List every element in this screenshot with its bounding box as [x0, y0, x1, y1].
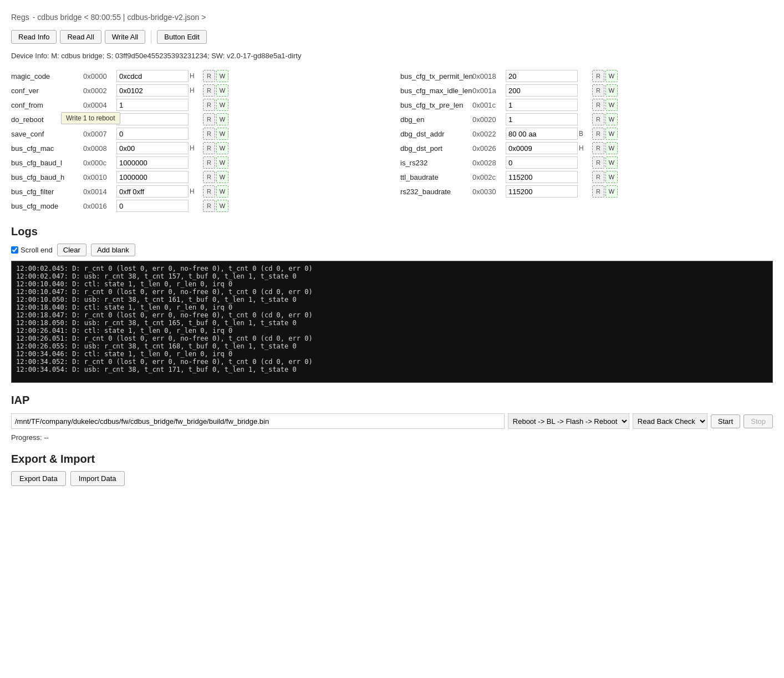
reg-read-button[interactable]: R: [203, 200, 215, 212]
reg-addr: 0x0007: [83, 130, 116, 138]
reg-row: save_conf0x0007RW: [11, 128, 384, 140]
reg-read-button[interactable]: R: [592, 171, 604, 183]
reg-rw-btns: RW: [203, 70, 228, 82]
button-edit-button[interactable]: Button Edit: [157, 30, 207, 44]
reg-value-input[interactable]: [116, 70, 189, 82]
reg-read-button[interactable]: R: [592, 99, 604, 111]
reg-name: save_conf: [11, 130, 83, 138]
reg-row: is_rs2320x0028RW: [400, 156, 773, 169]
reg-value-input[interactable]: [506, 113, 578, 125]
log-area[interactable]: 12:00:02.045: D: r_cnt 0 (lost 0, err 0,…: [11, 261, 773, 383]
reg-write-button[interactable]: W: [605, 128, 618, 140]
reg-value-input[interactable]: [506, 128, 578, 140]
reg-write-button[interactable]: W: [216, 171, 228, 183]
reg-rw-btns: RW: [592, 70, 618, 82]
reg-name: bus_cfg_mac: [11, 144, 83, 153]
reg-write-button[interactable]: W: [605, 156, 618, 169]
reg-write-button[interactable]: W: [216, 99, 228, 111]
reg-read-button[interactable]: R: [203, 113, 215, 125]
read-all-button[interactable]: Read All: [60, 30, 101, 44]
reg-rw-btns: RW: [592, 171, 618, 183]
reg-write-button[interactable]: W: [605, 70, 618, 82]
reg-name: conf_ver: [11, 87, 83, 95]
reg-rw-btns: RW: [203, 99, 228, 111]
reg-rw-btns: RW: [203, 128, 228, 140]
reg-value-input[interactable]: [506, 142, 578, 154]
reg-value-input[interactable]: [116, 156, 189, 169]
reg-read-button[interactable]: R: [592, 113, 604, 125]
reg-row: bus_cfg_max_idle_len0x001aRW: [400, 84, 773, 97]
reg-write-button[interactable]: W: [216, 113, 228, 125]
scroll-end-label[interactable]: Scroll end: [11, 246, 53, 254]
reg-write-button[interactable]: W: [216, 70, 228, 82]
reg-addr: 0x0026: [472, 144, 506, 153]
reg-read-button[interactable]: R: [592, 84, 604, 97]
reg-write-button[interactable]: W: [216, 128, 228, 140]
reg-value-input[interactable]: [116, 171, 189, 183]
reg-read-button[interactable]: R: [203, 185, 215, 198]
reg-value-input[interactable]: [116, 142, 189, 154]
reg-read-button[interactable]: R: [592, 185, 604, 198]
reg-rw-btns: RW: [203, 185, 228, 198]
reg-row: conf_from0x0004RW: [11, 99, 384, 111]
read-info-button[interactable]: Read Info: [11, 30, 57, 44]
reg-value-input[interactable]: [116, 185, 189, 198]
reg-read-button[interactable]: R: [592, 156, 604, 169]
reg-read-button[interactable]: R: [203, 142, 215, 154]
reg-write-button[interactable]: W: [605, 142, 618, 154]
reg-value-input[interactable]: [506, 156, 578, 169]
import-data-button[interactable]: Import Data: [70, 471, 125, 486]
iap-mode-select[interactable]: Reboot -> BL -> Flash -> RebootFlash onl…: [508, 413, 629, 429]
reg-write-button[interactable]: W: [605, 171, 618, 183]
do-reboot-tooltip: Write 1 to reboot: [61, 112, 120, 124]
reg-write-button[interactable]: W: [216, 142, 228, 154]
reg-addr: 0x002c: [472, 173, 506, 181]
reg-addr: 0x001a: [472, 87, 506, 95]
reg-value-input[interactable]: [506, 171, 578, 183]
reg-value-input[interactable]: [506, 99, 578, 111]
reg-value-input[interactable]: [506, 84, 578, 97]
reg-read-button[interactable]: R: [592, 142, 604, 154]
reg-rw-btns: RW: [203, 142, 228, 154]
export-data-button[interactable]: Export Data: [11, 471, 66, 486]
iap-start-button[interactable]: Start: [711, 414, 740, 428]
reg-read-button[interactable]: R: [203, 128, 215, 140]
reg-write-button[interactable]: W: [605, 84, 618, 97]
reg-suffix: H: [190, 87, 201, 94]
reg-read-button[interactable]: R: [203, 84, 215, 97]
reg-write-button[interactable]: W: [216, 84, 228, 97]
reg-write-button[interactable]: W: [216, 200, 228, 212]
reg-row: ttl_baudrate0x002cRW: [400, 171, 773, 183]
scroll-end-checkbox[interactable]: [11, 246, 18, 254]
write-all-button[interactable]: Write All: [105, 30, 145, 44]
reg-write-button[interactable]: W: [605, 185, 618, 198]
reg-value-input[interactable]: [116, 200, 189, 212]
reg-read-button[interactable]: R: [203, 70, 215, 82]
reg-read-button[interactable]: R: [203, 99, 215, 111]
reg-write-button[interactable]: W: [216, 156, 228, 169]
reg-write-button[interactable]: W: [605, 113, 618, 125]
clear-button[interactable]: Clear: [57, 244, 86, 256]
reg-write-button[interactable]: W: [216, 185, 228, 198]
reg-rw-btns: RW: [592, 113, 618, 125]
reg-value-input[interactable]: [506, 70, 578, 82]
reg-read-button[interactable]: R: [203, 171, 215, 183]
reg-row: bus_cfg_tx_pre_len0x001cRW: [400, 99, 773, 111]
reg-value-input[interactable]: [116, 113, 189, 125]
reg-rw-btns: RW: [592, 156, 618, 169]
iap-check-select[interactable]: Read Back CheckNo Check: [633, 413, 707, 429]
reg-addr: 0x0004: [83, 101, 116, 109]
reg-value-input[interactable]: [116, 99, 189, 111]
reg-value-input[interactable]: [506, 185, 578, 198]
reg-suffix: H: [579, 144, 590, 152]
iap-path-input[interactable]: [11, 413, 505, 429]
reg-write-button[interactable]: W: [605, 99, 618, 111]
reg-read-button[interactable]: R: [592, 128, 604, 140]
reg-read-button[interactable]: R: [592, 70, 604, 82]
iap-stop-button[interactable]: Stop: [744, 414, 773, 428]
reg-value-input[interactable]: [116, 128, 189, 140]
reg-read-button[interactable]: R: [203, 156, 215, 169]
reg-addr: 0x0010: [83, 173, 116, 181]
add-blank-button[interactable]: Add blank: [91, 244, 135, 256]
reg-value-input[interactable]: [116, 84, 189, 97]
